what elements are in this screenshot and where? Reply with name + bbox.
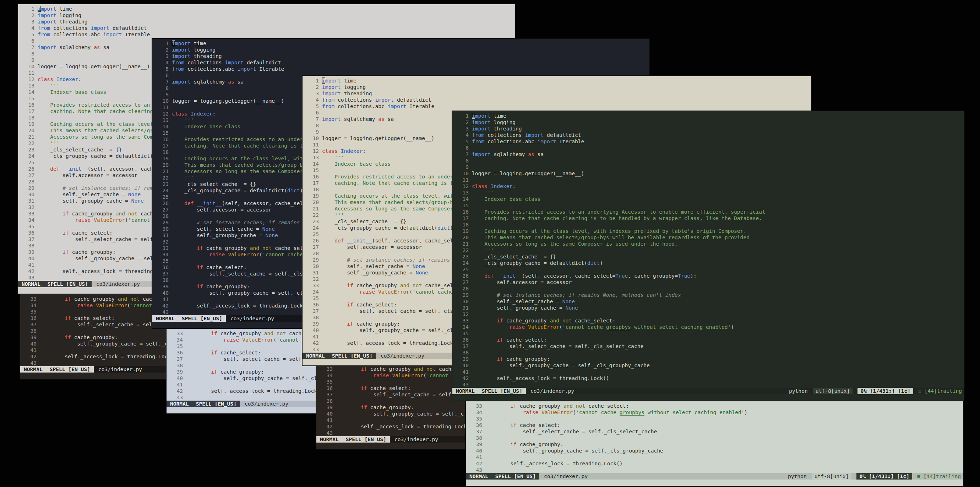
code-line: 25 bbox=[452, 266, 964, 273]
code-line: 2import logging bbox=[452, 119, 964, 126]
line-number: 28 bbox=[152, 213, 169, 219]
line-number: 30 bbox=[452, 298, 469, 305]
line-number: 37 bbox=[466, 428, 482, 435]
line-number: 16 bbox=[152, 136, 169, 142]
line-number: 26 bbox=[302, 238, 319, 244]
line-number: 25 bbox=[18, 159, 35, 166]
line-number: 14 bbox=[18, 89, 35, 95]
mode-label: NORMAL bbox=[156, 315, 175, 322]
line-number: 1 bbox=[452, 113, 469, 119]
line-number: 35 bbox=[302, 295, 319, 302]
line-number: 24 bbox=[152, 187, 169, 194]
status-right: pythonutf-8[unix]0% [1/431↕] [1¢]≡ [44]t… bbox=[788, 473, 963, 479]
line-number: 33 bbox=[466, 403, 482, 409]
code-line: 4from collections import defaultdict bbox=[18, 25, 515, 31]
line-number: 20 bbox=[152, 162, 169, 168]
code-line: 21 Accessors so long as the same Compose… bbox=[452, 241, 964, 247]
line-number: 7 bbox=[452, 151, 469, 158]
line-number: 33 bbox=[302, 282, 319, 289]
line-number: 13 bbox=[152, 117, 169, 123]
line-number: 26 bbox=[18, 166, 35, 172]
code-line: 1import time bbox=[452, 113, 964, 119]
line-number: 8 bbox=[452, 158, 469, 164]
line-number: 39 bbox=[152, 283, 169, 290]
line-number: 4 bbox=[302, 97, 319, 103]
terminal-vim-darkgreen-active[interactable]: 1import time2import logging3import threa… bbox=[452, 110, 965, 401]
line-number: 39 bbox=[302, 321, 319, 327]
line-number: 7 bbox=[152, 78, 169, 85]
code-line: 43 bbox=[452, 382, 964, 388]
line-number: 22 bbox=[18, 140, 35, 147]
line-number: 11 bbox=[302, 142, 319, 148]
code-line: 1import time bbox=[302, 78, 811, 84]
file-name: co3/indexer.py bbox=[395, 436, 438, 442]
code-line: 34 raise ValueError('cannot cache groupb… bbox=[466, 409, 963, 415]
line-number: 21 bbox=[152, 168, 169, 174]
line-number: 7 bbox=[18, 44, 35, 51]
line-number: 7 bbox=[302, 116, 319, 122]
code-line: 38 bbox=[466, 435, 963, 441]
line-number: 20 bbox=[452, 234, 469, 241]
line-number: 35 bbox=[18, 223, 35, 230]
line-number: 33 bbox=[317, 366, 333, 372]
mode-indicator: NORMALSPELL [EN_US] bbox=[20, 366, 94, 372]
line-number: 5 bbox=[452, 138, 469, 145]
file-name: co3/indexer.py bbox=[544, 473, 588, 479]
code-line: 37 self._select_cache = self._cls_select… bbox=[466, 428, 963, 435]
line-number: 16 bbox=[452, 209, 469, 215]
line-number: 31 bbox=[152, 232, 169, 238]
line-number: 9 bbox=[152, 91, 169, 98]
line-number: 39 bbox=[20, 334, 37, 340]
spell-indicator: SPELL [EN_US] bbox=[196, 401, 237, 407]
code-line: 30 self._select_cache = None bbox=[452, 298, 964, 305]
line-number: 35 bbox=[452, 330, 469, 337]
line-number: 8 bbox=[18, 51, 35, 57]
line-number: 17 bbox=[152, 142, 169, 149]
status-right: pythonutf-8[unix]0% [1/431↕] [1¢]≡ [44]t… bbox=[789, 388, 964, 394]
line-number: 36 bbox=[18, 230, 35, 236]
position-indicator: 0% [1/431↕] [1¢] bbox=[856, 473, 912, 479]
line-number: 37 bbox=[452, 343, 469, 350]
line-number: 34 bbox=[20, 302, 37, 308]
line-number: 2 bbox=[452, 119, 469, 126]
cursor: i bbox=[322, 78, 325, 83]
line-number: 33 bbox=[452, 318, 469, 324]
code-line: 15 bbox=[452, 202, 964, 209]
line-number: 4 bbox=[452, 132, 469, 138]
code-line: 24 _cls_groupby_cache = defaultdict(dict… bbox=[452, 260, 964, 266]
filetype-label: python bbox=[788, 473, 807, 479]
line-number: 24 bbox=[18, 153, 35, 159]
line-number: 10 bbox=[152, 98, 169, 104]
mode-label: NORMAL bbox=[320, 436, 339, 442]
line-number: 31 bbox=[452, 305, 469, 311]
line-number: 17 bbox=[302, 180, 319, 186]
line-number: 5 bbox=[18, 31, 35, 38]
code-line: 19 Caching occurs at the class level, wi… bbox=[452, 228, 964, 234]
code-area[interactable]: 1import time2import logging3import threa… bbox=[452, 113, 964, 388]
line-number: 19 bbox=[18, 121, 35, 127]
spell-indicator: SPELL [EN_US] bbox=[182, 315, 222, 322]
code-line: 34 raise ValueError('cannot cache groupb… bbox=[452, 324, 964, 330]
line-number: 43 bbox=[18, 275, 35, 281]
line-number: 43 bbox=[152, 309, 169, 315]
line-number: 3 bbox=[452, 126, 469, 132]
line-number: 27 bbox=[18, 172, 35, 179]
line-number: 29 bbox=[18, 185, 35, 191]
line-number: 21 bbox=[18, 134, 35, 140]
line-number: 21 bbox=[302, 206, 319, 212]
code-line: 1import time bbox=[152, 40, 649, 46]
line-number: 42 bbox=[466, 460, 482, 467]
line-number: 41 bbox=[317, 417, 333, 423]
mode-label: NORMAL bbox=[170, 401, 189, 407]
line-number: 41 bbox=[452, 369, 469, 375]
code-line: 29 # set instance caches; if remains Non… bbox=[452, 292, 964, 298]
line-number: 41 bbox=[152, 296, 169, 302]
line-number: 18 bbox=[452, 222, 469, 228]
line-number: 10 bbox=[302, 135, 319, 142]
mode-indicator: NORMALSPELL [EN_US] bbox=[317, 436, 390, 442]
line-number: 35 bbox=[317, 378, 333, 385]
position-indicator: 0% [1/431↕] [1¢] bbox=[858, 388, 913, 394]
line-number: 33 bbox=[18, 211, 35, 217]
code-line: 35 bbox=[452, 330, 964, 337]
code-line: 28 bbox=[452, 286, 964, 292]
